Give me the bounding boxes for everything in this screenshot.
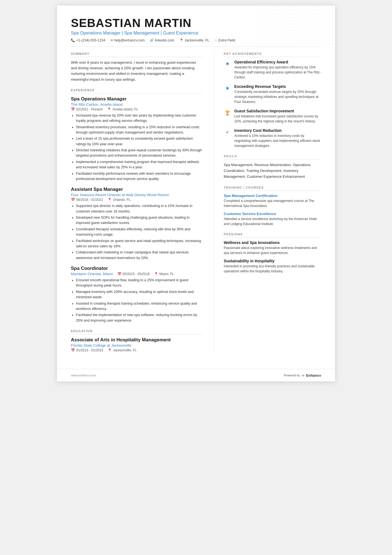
exp-title-1: Spa Operations Manager: [71, 96, 203, 102]
achievement-icon-1: ★: [224, 60, 231, 67]
bullet-item: Ensured smooth operational flow, leading…: [76, 278, 203, 288]
achievement-body-2: Exceeding Revenue Targets Consistently e…: [234, 84, 321, 104]
bullet-item: Implemented a comprehensive training pro…: [76, 159, 203, 170]
training-section-title: TRAINING / COURSES: [224, 186, 321, 191]
contact-phone: 📞 +1-(234)-555-1234: [71, 38, 105, 42]
exp-location-3: 📍 Miami, FL: [154, 272, 174, 276]
skills-text: Spa Management, Revenue Maximization, Op…: [224, 162, 321, 179]
achievement-desc-3: Led initiatives that increased guest sat…: [234, 114, 321, 124]
passion-title-1: Wellness and Spa Innovations: [224, 240, 321, 245]
contact-linkedin: 🔗 linkedin.com: [150, 38, 174, 42]
link-icon: 🔗: [150, 38, 154, 42]
achievement-body-4: Inventory Cost Reduction Achieved a 15% …: [234, 128, 321, 148]
passion-title-2: Sustainability in Hospitality: [224, 259, 321, 263]
exp-bullets-1: Increased spa revenue by 20% over two ye…: [71, 113, 203, 182]
exp-company-2: Four Seasons Resort Orlando at Walt Disn…: [71, 193, 203, 197]
passion-desc-2: Interested in promoting eco-friendly pra…: [224, 264, 321, 274]
trophy-icon: 🏆: [225, 110, 230, 115]
exp-entry-1: Spa Operations Manager The Ritz-Carlton,…: [71, 96, 203, 182]
enhancv-heart-icon: ∞: [302, 373, 304, 378]
achievement-icon-4: ✔: [224, 129, 231, 136]
achievement-title-1: Operational Efficiency Award: [234, 60, 321, 64]
achievements-section-title: KEY ACHIEVEMENTS: [224, 52, 321, 57]
exp-title-3: Spa Coordinator: [71, 266, 203, 271]
training-entry-2: Customer Service Excellence Attended a s…: [224, 212, 321, 226]
enhancv-brand-name: Enhancv: [306, 373, 321, 378]
training-desc-2: Attended a service excellence workshop b…: [224, 216, 321, 226]
bullet-item: Supported spa director in daily operatio…: [76, 203, 203, 214]
calendar-icon-edu: 📅: [71, 348, 75, 352]
achievement-desc-4: Achieved a 15% reduction in inventory co…: [234, 133, 321, 148]
two-column-layout: SUMMARY With over 8 years in spa managem…: [71, 52, 321, 355]
left-column: SUMMARY With over 8 years in spa managem…: [71, 52, 214, 355]
exp-title-2: Assistant Spa Manager: [71, 187, 203, 192]
exp-meta-3: 📅 05/2015 - 05/2018 📍 Miami, FL: [117, 272, 174, 276]
exp-entry-3: Spa Coordinator Mandarin Oriental, Miami…: [71, 266, 203, 323]
training-title-1: Spa Management Certification: [224, 194, 321, 198]
pin-icon-3: 📍: [154, 272, 158, 276]
edu-location-1: 📍 Jacksonville, FL: [108, 348, 137, 352]
passions-section-title: PASSIONS: [224, 233, 321, 238]
exp-entry-2: Assistant Spa Manager Four Seasons Resor…: [71, 187, 203, 261]
summary-text: With over 8 years in spa management, I e…: [71, 60, 203, 82]
achievement-desc-1: Awarded for improving spa operation effi…: [234, 65, 321, 80]
edu-meta-1: 📅 01/2013 - 01/2015 📍 Jacksonville, FL: [71, 348, 203, 352]
achievement-title-2: Exceeding Revenue Targets: [234, 84, 321, 89]
bullet-item: Increased spa revenue by 20% over two ye…: [76, 113, 203, 124]
powered-by-label: Powered by: [284, 374, 300, 377]
contact-location: 📍 Jacksonville, FL: [179, 38, 209, 42]
passion-entry-2: Sustainability in Hospitality Interested…: [224, 259, 321, 274]
achievement-title-3: Guest Satisfaction Improvement: [234, 109, 321, 113]
calendar-icon-3: 📅: [117, 272, 121, 276]
edu-entry-1: Associate of Arts in Hospitality Managem…: [71, 337, 203, 352]
contact-extra: ☆ Extra Field: [214, 38, 235, 42]
resume-page: SEBASTIAN MARTIN Spa Operations Manager …: [57, 6, 335, 381]
training-desc-1: Completed a comprehensive spa management…: [224, 198, 321, 208]
right-column: KEY ACHIEVEMENTS ★ Operational Efficienc…: [214, 52, 321, 355]
passion-entry-1: Wellness and Spa Innovations Passionate …: [224, 240, 321, 255]
bullet-item: Led a team of 15 spa professionals to co…: [76, 136, 203, 147]
achievement-1: ★ Operational Efficiency Award Awarded f…: [224, 60, 321, 80]
bullet-item: Directed marketing initiatives that grew…: [76, 148, 203, 159]
summary-section-title: SUMMARY: [71, 52, 203, 57]
candidate-subtitle: Spa Operations Manager | Spa Management …: [71, 31, 321, 36]
achievement-3: 🏆 Guest Satisfaction Improvement Led ini…: [224, 109, 321, 124]
achievement-title-4: Inventory Cost Reduction: [234, 128, 321, 133]
contact-email: ✉ help@enhancv.com: [110, 38, 145, 42]
exp-bullets-2: Supported spa director in daily operatio…: [71, 203, 203, 261]
achievement-desc-2: Consistently exceeded revenue targets by…: [234, 89, 321, 104]
pin-icon-1: 📍: [107, 107, 111, 111]
training-entry-1: Spa Management Certification Completed a…: [224, 194, 321, 208]
bullet-item: Facilitated the implementation of new sp…: [76, 312, 203, 323]
checkmark-icon: ✔: [226, 130, 229, 134]
pin-icon-edu: 📍: [108, 348, 112, 352]
footer-website: www.enhancv.com: [71, 374, 96, 377]
phone-icon: 📞: [71, 38, 75, 42]
location-icon: 📍: [179, 38, 183, 42]
candidate-name: SEBASTIAN MARTIN: [71, 17, 321, 29]
bullet-item: Developed new SOPs for handling challeng…: [76, 215, 203, 226]
calendar-icon-2: 📅: [71, 198, 75, 202]
star-filled-icon: ★: [225, 61, 230, 67]
exp-bullets-3: Ensured smooth operational flow, leading…: [71, 278, 203, 323]
achievement-2: ★ Exceeding Revenue Targets Consistently…: [224, 84, 321, 104]
edu-degree-1: Associate of Arts in Hospitality Managem…: [71, 337, 203, 343]
exp-date-3: 📅 05/2015 - 05/2018: [117, 272, 150, 276]
pin-icon-2: 📍: [108, 198, 112, 202]
contact-row: 📞 +1-(234)-555-1234 ✉ help@enhancv.com 🔗…: [71, 38, 321, 46]
achievement-4: ✔ Inventory Cost Reduction Achieved a 15…: [224, 128, 321, 148]
exp-location-1: 📍 Amelia Island, FL: [107, 107, 138, 111]
bullet-item: Managed inventory with 100% accuracy, re…: [76, 289, 203, 300]
resume-footer: www.enhancv.com Powered by ∞ Enhancv: [57, 369, 335, 381]
exp-date-2: 📅 06/2018 - 01/2021: [71, 198, 103, 202]
edu-school-1: Florida State College at Jacksonville: [71, 343, 203, 347]
achievement-body-3: Guest Satisfaction Improvement Led initi…: [234, 109, 321, 124]
exp-meta-1: 📅 02/2021 - Present 📍 Amelia Island, FL: [71, 107, 203, 111]
exp-date-1: 📅 02/2021 - Present: [71, 107, 103, 111]
exp-company-3: Mandarin Oriental, Miami: [71, 272, 113, 276]
resume-header: SEBASTIAN MARTIN Spa Operations Manager …: [71, 17, 321, 46]
achievement-body-1: Operational Efficiency Award Awarded for…: [234, 60, 321, 80]
email-icon: ✉: [110, 38, 113, 42]
bullet-item: Facilitated workshops on guest service a…: [76, 238, 203, 249]
bullet-item: Assisted in creating therapist training …: [76, 301, 203, 312]
